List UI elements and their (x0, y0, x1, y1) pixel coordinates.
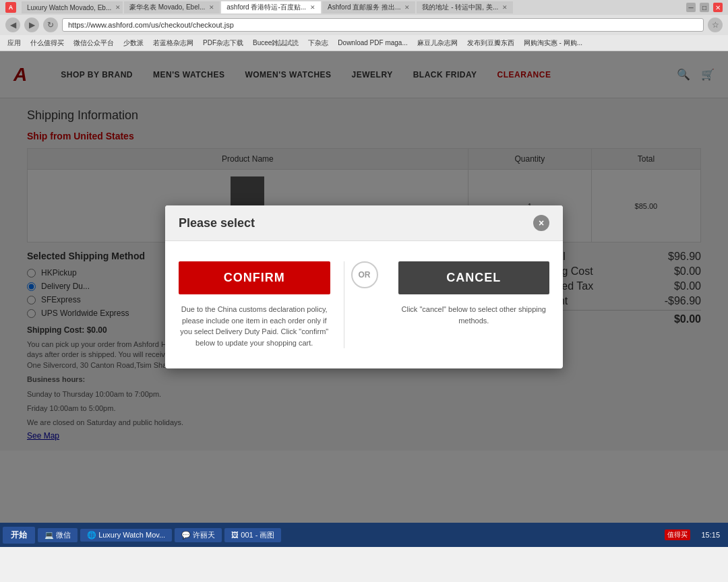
browser-chrome: A Luxury Watch Movado, Eb... ✕ 豪华名表 Mova… (0, 0, 728, 51)
bookmark-xiazazhi[interactable]: 下杂志 (305, 38, 332, 48)
taskbar: 开始 💻 微信 🌐 Luxury Watch Mov... 💬 许丽天 🖼 00… (0, 523, 728, 547)
bookmark-pdf[interactable]: PDF杂志下载 (200, 38, 247, 48)
taskbar-icon-2: 🌐 (87, 531, 96, 539)
or-label: OR (351, 261, 378, 288)
taskbar-item-4[interactable]: 🖼 001 - 画图 (224, 528, 281, 542)
cancel-button[interactable]: CANCEL (398, 261, 550, 294)
back-button[interactable]: ◀ (5, 18, 20, 32)
modal-body: CONFIRM Due to the China customs declara… (165, 241, 563, 368)
taskbar-item-1[interactable]: 💻 微信 (38, 528, 78, 542)
modal-cancel-section: CANCEL Click "cancel" below to select ot… (385, 261, 550, 326)
taskbar-icon-3: 💬 (181, 531, 191, 539)
bookmark-madou[interactable]: 麻豆儿杂志网 (414, 38, 461, 48)
page-content: A SHOP BY BRAND MEN'S WATCHES WOMEN'S WA… (0, 51, 728, 523)
bookmark-bucee[interactable]: Bucee雑誌試読 (249, 38, 302, 48)
maximize-button[interactable]: □ (700, 3, 709, 12)
modal-close-button[interactable]: × (533, 215, 549, 231)
tab-3-active[interactable]: ashford 香港特运-百度贴... ✕ (221, 1, 321, 13)
tab-1[interactable]: Luxury Watch Movado, Eb... ✕ (22, 1, 123, 13)
taskbar-items: 💻 微信 🌐 Luxury Watch Mov... 💬 许丽天 🖼 001 -… (38, 528, 281, 542)
bookmark-wechat[interactable]: 微信公众平台 (70, 38, 117, 48)
modal-header: Please select × (165, 205, 563, 241)
taskbar-icon-4: 🖼 (231, 531, 239, 539)
close-button[interactable]: ✕ (713, 3, 723, 12)
bookmark-button[interactable]: ☆ (708, 18, 723, 32)
modal-or-divider: OR (344, 261, 385, 288)
forward-button[interactable]: ▶ (24, 18, 39, 32)
bookmarks-bar: 应用 什么值得买 微信公众平台 少数派 若蓝格杂志网 PDF杂志下载 Bucee… (0, 35, 728, 51)
tab-5[interactable]: 我的地址 - 转运中国, 美... ✕ (417, 1, 513, 13)
address-bar[interactable]: https://www.ashford.com/us/checkout/chec… (62, 18, 704, 32)
browser-nav: ◀ ▶ ↻ https://www.ashford.com/us/checkou… (0, 15, 728, 35)
start-button[interactable]: 开始 (3, 527, 35, 544)
modal-dialog: Please select × CONFIRM Due to the China… (165, 205, 563, 368)
bookmark-ruolan[interactable]: 若蓝格杂志网 (150, 38, 197, 48)
browser-titlebar: A Luxury Watch Movado, Eb... ✕ 豪华名表 Mova… (0, 0, 728, 15)
address-text: https://www.ashford.com/us/checkout/chec… (68, 21, 234, 29)
taskbar-right: 值得买 15:15 (665, 529, 725, 540)
bookmark-douban[interactable]: 发布到豆瓣东西 (464, 38, 518, 48)
cancel-note: Click "cancel" below to select other shi… (398, 304, 550, 326)
bookmark-taobao[interactable]: 网购淘实惠 - 网购... (520, 38, 586, 48)
bookmark-smzdm[interactable]: 什么值得买 (27, 38, 67, 48)
reload-button[interactable]: ↻ (43, 18, 58, 32)
browser-icon: A (5, 2, 16, 13)
confirm-note: Due to the China customs declaration pol… (179, 304, 330, 348)
minimize-button[interactable]: ─ (686, 3, 696, 12)
tabs-row: Luxury Watch Movado, Eb... ✕ 豪华名表 Movado… (22, 1, 513, 13)
modal-confirm-section: CONFIRM Due to the China customs declara… (179, 261, 344, 348)
confirm-button[interactable]: CONFIRM (179, 261, 330, 294)
taskbar-item-2[interactable]: 🌐 Luxury Watch Mov... (80, 529, 172, 542)
bookmark-apps[interactable]: 应用 (4, 38, 24, 48)
modal-title: Please select (179, 216, 255, 230)
taskbar-item-3[interactable]: 💬 许丽天 (175, 528, 222, 542)
bookmark-shaoshu[interactable]: 少数派 (120, 38, 147, 48)
tray-label: 值得买 (665, 529, 690, 540)
tab-4[interactable]: Ashford 直邮服务 推出... ✕ (322, 1, 415, 13)
taskbar-clock: 15:15 (696, 529, 725, 540)
tab-2[interactable]: 豪华名表 Movado, Ebel... ✕ (124, 1, 220, 13)
bookmark-download[interactable]: Download PDF maga... (334, 38, 411, 47)
taskbar-icon-1: 💻 (44, 531, 54, 539)
